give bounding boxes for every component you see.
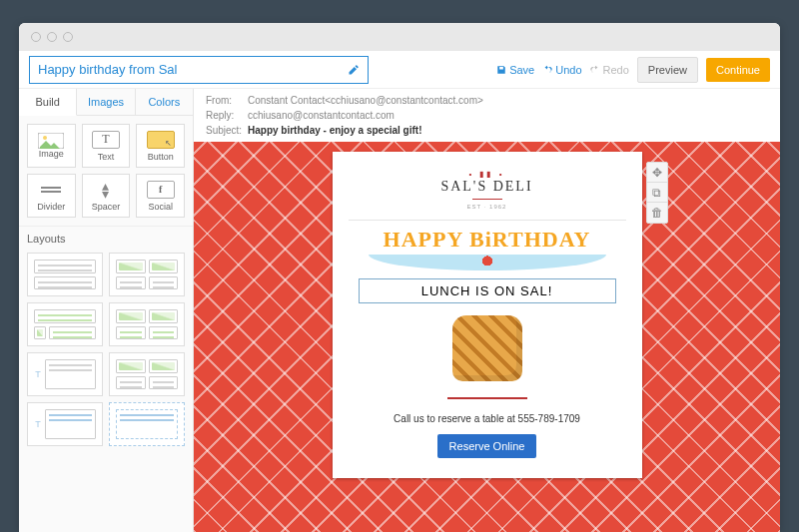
email-meta: From:Constant Contact<cchiusano@constant…: [194, 89, 780, 142]
pencil-icon: [348, 64, 360, 76]
svg-point-1: [43, 136, 47, 140]
call-text[interactable]: Call us to reserve a table at 555-789-17…: [349, 413, 626, 424]
block-tools: ✥ ⧉ 🗑: [646, 162, 668, 224]
campaign-title-input[interactable]: Happy birthday from Sal: [29, 56, 369, 84]
sandwich-image[interactable]: [349, 315, 626, 381]
trash-icon[interactable]: 🗑: [647, 203, 667, 223]
image-icon: [38, 133, 64, 149]
copy-icon[interactable]: ⧉: [647, 183, 667, 203]
block-divider[interactable]: Divider: [27, 174, 76, 218]
button-icon: ↖: [147, 131, 175, 149]
layout-item[interactable]: [109, 302, 185, 346]
canvas-area: From:Constant Contact<cchiusano@constant…: [194, 89, 780, 532]
brand-ornament: • ▮▮ •: [349, 170, 626, 179]
browser-chrome: [19, 23, 780, 51]
email-card[interactable]: ✥ ⧉ 🗑 • ▮▮ • SAL'S DELI EST · 1962 HAPPY…: [333, 152, 642, 478]
spacer-icon: ▴▾: [92, 181, 120, 199]
brand-name: SAL'S DELI: [349, 179, 626, 195]
save-button[interactable]: Save: [496, 64, 534, 76]
brand-est: EST · 1962: [349, 204, 626, 210]
left-sidebar: Build Images Colors Image T Text ↖ Butto…: [19, 89, 194, 532]
reserve-button[interactable]: Reserve Online: [437, 434, 537, 458]
text-icon: T: [92, 131, 120, 149]
continue-button[interactable]: Continue: [706, 58, 770, 82]
subhead-box[interactable]: LUNCH IS ON SAL!: [359, 278, 616, 303]
layout-item[interactable]: T: [27, 402, 103, 446]
move-icon[interactable]: ✥: [647, 163, 667, 183]
tab-images[interactable]: Images: [77, 89, 135, 115]
block-image[interactable]: Image: [27, 124, 76, 168]
campaign-title-text: Happy birthday from Sal: [38, 62, 177, 77]
tab-colors[interactable]: Colors: [136, 89, 193, 115]
layout-item[interactable]: T: [27, 352, 103, 396]
divider: [349, 220, 626, 221]
undo-icon: [542, 65, 552, 75]
social-icon: f: [147, 181, 175, 199]
layout-item[interactable]: [27, 253, 103, 296]
redo-icon: [590, 65, 600, 75]
window-dot: [31, 32, 41, 42]
layout-item[interactable]: [27, 302, 103, 346]
layout-item[interactable]: [109, 253, 185, 296]
tab-build[interactable]: Build: [19, 89, 77, 116]
block-social[interactable]: f Social: [136, 174, 185, 218]
block-spacer[interactable]: ▴▾ Spacer: [82, 174, 131, 218]
redo-button[interactable]: Redo: [590, 64, 629, 76]
email-background[interactable]: ✥ ⧉ 🗑 • ▮▮ • SAL'S DELI EST · 1962 HAPPY…: [194, 142, 780, 532]
red-divider: [447, 397, 527, 399]
brand-underline: [472, 199, 502, 200]
preview-button[interactable]: Preview: [637, 57, 698, 83]
app-window: Happy birthday from Sal Save Undo Redo P…: [19, 23, 780, 532]
divider-icon: [37, 181, 65, 199]
headline[interactable]: HAPPY BiRTHDAY: [349, 227, 626, 270]
window-dot: [63, 32, 73, 42]
layout-item[interactable]: [109, 352, 185, 396]
layouts-label: Layouts: [19, 226, 193, 247]
save-icon: [496, 65, 506, 75]
top-toolbar: Happy birthday from Sal Save Undo Redo P…: [19, 51, 780, 89]
layouts-grid: T T: [19, 247, 193, 452]
layout-item[interactable]: [109, 402, 185, 446]
block-text[interactable]: T Text: [82, 124, 131, 168]
window-dot: [47, 32, 57, 42]
block-button[interactable]: ↖ Button: [136, 124, 185, 168]
undo-button[interactable]: Undo: [542, 64, 581, 76]
